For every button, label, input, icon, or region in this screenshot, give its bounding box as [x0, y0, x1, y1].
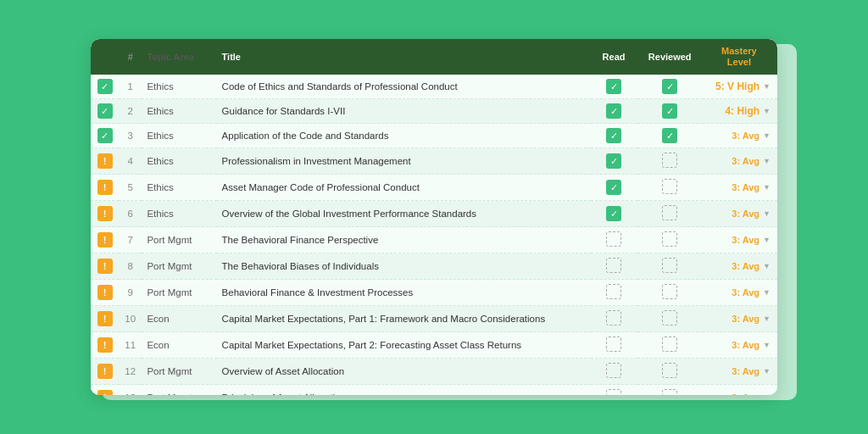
mastery-dropdown-arrow[interactable]: ▼ [763, 341, 771, 349]
mastery-value: 4: High [725, 105, 760, 117]
col-mastery-cell[interactable]: 3: Avg ▼ [703, 306, 777, 332]
col-check-cell: ! [91, 175, 119, 201]
table-row: ! 12 Port Mgmt Overview of Asset Allocat… [91, 359, 777, 385]
table-row: ! 9 Port Mgmt Behavioral Finance & Inves… [91, 280, 777, 306]
col-area-cell: Ethics [142, 175, 216, 201]
reviewed-check-empty[interactable] [662, 205, 677, 220]
col-mastery-cell[interactable]: 3: Avg ▼ [703, 201, 777, 227]
mastery-dropdown-arrow[interactable]: ▼ [763, 183, 771, 192]
row-warn-icon[interactable]: ! [97, 153, 113, 169]
table-row: ! 6 Ethics Overview of the Global Invest… [91, 201, 777, 227]
read-check-green[interactable]: ✓ [606, 79, 621, 94]
col-reviewed-cell: ✓ [637, 124, 703, 148]
read-check-green[interactable]: ✓ [606, 153, 621, 169]
col-title-cell: Principles of Asset Allocation [217, 385, 591, 395]
header-reviewed: Reviewed [637, 39, 703, 75]
col-area-cell: Port Mgmt [142, 227, 216, 253]
read-check-empty[interactable] [606, 389, 621, 395]
read-check-empty[interactable] [606, 284, 621, 299]
col-read-cell: ✓ [591, 99, 637, 124]
col-title-cell: Capital Market Expectations, Part 2: For… [217, 332, 591, 359]
reviewed-check-empty[interactable] [662, 284, 677, 299]
header-topic-area: Topic Area [142, 39, 216, 75]
col-read-cell: ✓ [591, 201, 637, 227]
mastery-dropdown-arrow[interactable]: ▼ [763, 209, 771, 218]
header-title: Title [217, 39, 591, 75]
mastery-dropdown-arrow[interactable]: ▼ [763, 393, 771, 395]
reviewed-check-empty[interactable] [662, 337, 677, 352]
read-check-empty[interactable] [606, 363, 621, 378]
mastery-dropdown-arrow[interactable]: ▼ [763, 82, 771, 91]
mastery-dropdown-arrow[interactable]: ▼ [763, 236, 771, 244]
col-mastery-cell[interactable]: 3: Avg ▼ [703, 124, 777, 148]
read-check-empty[interactable] [606, 231, 621, 247]
reviewed-check-empty[interactable] [662, 258, 677, 273]
reviewed-check-empty[interactable] [662, 389, 677, 395]
col-read-cell [591, 359, 637, 385]
mastery-dropdown-arrow[interactable]: ▼ [763, 314, 771, 323]
mastery-value: 3: Avg [732, 392, 760, 395]
col-mastery-cell[interactable]: 3: Avg ▼ [703, 385, 777, 395]
col-area-cell: Port Mgmt [142, 253, 216, 280]
mastery-dropdown-arrow[interactable]: ▼ [763, 288, 771, 297]
reviewed-check-empty[interactable] [662, 153, 677, 168]
mastery-dropdown-arrow[interactable]: ▼ [763, 107, 771, 115]
reviewed-check-green[interactable]: ✓ [662, 79, 677, 94]
col-mastery-cell[interactable]: 4: High ▼ [703, 99, 777, 124]
reviewed-check-empty[interactable] [662, 363, 677, 378]
study-table: # Topic Area Title Read Reviewed Mastery… [91, 39, 777, 395]
col-title-cell: Behavioral Finance & Investment Processe… [217, 280, 591, 306]
col-area-cell: Port Mgmt [142, 280, 216, 306]
row-check-green[interactable]: ✓ [97, 103, 113, 119]
col-mastery-cell[interactable]: 3: Avg ▼ [703, 280, 777, 306]
col-reviewed-cell: ✓ [637, 75, 703, 99]
col-mastery-cell[interactable]: 3: Avg ▼ [703, 332, 777, 359]
col-num-cell: 2 [119, 99, 142, 124]
col-reviewed-cell [637, 306, 703, 332]
read-check-empty[interactable] [606, 258, 621, 273]
read-check-empty[interactable] [606, 337, 621, 352]
col-mastery-cell[interactable]: 3: Avg ▼ [703, 148, 777, 175]
mastery-dropdown-arrow[interactable]: ▼ [763, 131, 771, 140]
row-warn-icon[interactable]: ! [97, 311, 113, 326]
col-mastery-cell[interactable]: 3: Avg ▼ [703, 253, 777, 280]
col-read-cell [591, 385, 637, 395]
col-reviewed-cell [637, 359, 703, 385]
col-area-cell: Ethics [142, 201, 216, 227]
row-warn-icon[interactable]: ! [97, 285, 113, 300]
col-reviewed-cell [637, 385, 703, 395]
mastery-dropdown-arrow[interactable]: ▼ [763, 262, 771, 270]
col-mastery-cell[interactable]: 5: V High ▼ [703, 75, 777, 99]
row-warn-icon[interactable]: ! [97, 364, 113, 379]
row-check-green[interactable]: ✓ [97, 128, 113, 143]
col-mastery-cell[interactable]: 3: Avg ▼ [703, 227, 777, 253]
reviewed-check-empty[interactable] [662, 179, 677, 194]
col-read-cell [591, 332, 637, 359]
read-check-green[interactable]: ✓ [606, 128, 621, 143]
mastery-dropdown-arrow[interactable]: ▼ [763, 367, 771, 376]
row-warn-icon[interactable]: ! [97, 180, 113, 195]
col-mastery-cell[interactable]: 3: Avg ▼ [703, 175, 777, 201]
reviewed-check-green[interactable]: ✓ [662, 103, 677, 119]
row-warn-icon[interactable]: ! [97, 206, 113, 221]
read-check-green[interactable]: ✓ [606, 206, 621, 221]
reviewed-check-empty[interactable] [662, 231, 677, 247]
row-warn-icon[interactable]: ! [97, 337, 113, 353]
row-check-green[interactable]: ✓ [97, 79, 113, 94]
reviewed-check-empty[interactable] [662, 310, 677, 326]
row-warn-icon[interactable]: ! [97, 390, 113, 395]
mastery-dropdown-arrow[interactable]: ▼ [763, 157, 771, 165]
row-warn-icon[interactable]: ! [97, 259, 113, 274]
reviewed-check-green[interactable]: ✓ [662, 128, 677, 143]
table-row: ! 5 Ethics Asset Manager Code of Profess… [91, 175, 777, 201]
col-num-cell: 11 [119, 332, 142, 359]
col-check-cell: ! [91, 201, 119, 227]
col-read-cell: ✓ [591, 75, 637, 99]
read-check-green[interactable]: ✓ [606, 180, 621, 195]
read-check-green[interactable]: ✓ [606, 103, 621, 119]
col-mastery-cell[interactable]: 3: Avg ▼ [703, 359, 777, 385]
read-check-empty[interactable] [606, 310, 621, 326]
col-reviewed-cell: ✓ [637, 99, 703, 124]
row-warn-icon[interactable]: ! [97, 232, 113, 248]
col-area-cell: Ethics [142, 124, 216, 148]
